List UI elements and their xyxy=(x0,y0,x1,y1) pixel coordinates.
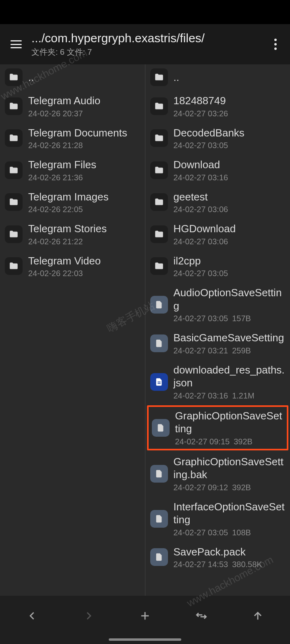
folder-icon xyxy=(5,129,23,147)
list-item[interactable]: GraphicOptionSaveSetting.bak24-02-27 09:… xyxy=(145,451,290,496)
status-bar xyxy=(0,0,290,24)
hamburger-menu-button[interactable] xyxy=(5,33,27,56)
list-item[interactable]: 18248874924-02-27 03:26 xyxy=(145,90,290,122)
folder-icon xyxy=(150,257,168,275)
file-icon xyxy=(150,465,168,483)
folder-icon xyxy=(150,129,168,147)
panes-container: ..Telegram Audio24-02-26 20:37Telegram D… xyxy=(0,64,290,596)
item-meta: 24-02-27 03:21259B xyxy=(174,346,286,355)
header-title-block: .../com.hypergryph.exastris/files/ 文件夹: … xyxy=(31,31,266,58)
item-meta: 24-02-26 22:03 xyxy=(28,269,140,278)
item-name: il2cpp xyxy=(174,254,286,268)
item-name: Download xyxy=(174,158,286,171)
item-meta: 24-02-27 03:05108B xyxy=(174,528,286,537)
bottom-toolbar xyxy=(0,596,290,644)
item-meta: 24-02-27 09:15392B xyxy=(175,437,284,446)
folder-icon xyxy=(5,257,23,275)
item-meta: 24-02-27 09:12392B xyxy=(174,483,286,492)
item-name: Telegram Images xyxy=(28,190,140,204)
folder-icon xyxy=(5,225,23,243)
item-name: Telegram Audio xyxy=(28,94,140,107)
add-button[interactable] xyxy=(129,604,161,628)
item-meta: 24-02-26 22:05 xyxy=(28,205,140,214)
parent-dir-label: .. xyxy=(174,71,286,84)
list-item[interactable]: GraphicOptionSaveSetting24-02-27 09:1539… xyxy=(147,405,289,450)
json-file-icon xyxy=(150,373,168,391)
item-name: 182488749 xyxy=(174,94,286,107)
file-icon xyxy=(150,548,168,566)
list-item[interactable]: il2cpp24-02-27 03:05 xyxy=(145,250,290,283)
item-name: Telegram Documents xyxy=(28,126,140,140)
item-meta: 24-02-27 03:05 xyxy=(174,269,286,278)
item-name: downloaded_res_paths.json xyxy=(174,363,286,390)
stats-text: 文件夹: 6 文件: 7 xyxy=(31,47,266,58)
list-item[interactable]: DecodedBanks24-02-27 03:05 xyxy=(145,122,290,155)
svg-rect-0 xyxy=(157,382,160,382)
item-name: geetest xyxy=(174,190,286,204)
more-menu-button[interactable] xyxy=(266,33,285,56)
item-meta: 24-02-26 20:37 xyxy=(28,109,140,118)
list-item[interactable]: Telegram Images24-02-26 22:05 xyxy=(0,186,145,219)
item-name: GraphicOptionSaveSetting.bak xyxy=(174,455,286,481)
item-name: Telegram Video xyxy=(28,254,140,268)
list-item[interactable]: AudioOptionSaveSetting24-02-27 03:05157B xyxy=(145,282,290,327)
list-item[interactable]: Telegram Documents24-02-26 21:28 xyxy=(0,122,145,155)
item-meta: 24-02-26 21:28 xyxy=(28,141,140,150)
list-item[interactable]: downloaded_res_paths.json24-02-27 03:161… xyxy=(145,359,290,405)
item-name: DecodedBanks xyxy=(174,126,286,140)
item-meta: 24-02-27 03:06 xyxy=(174,237,286,246)
svg-rect-1 xyxy=(157,383,160,384)
item-meta: 24-02-26 21:36 xyxy=(28,173,140,182)
folder-icon xyxy=(5,97,23,115)
item-meta: 24-02-27 03:161.21M xyxy=(174,391,286,400)
item-meta: 24-02-27 03:16 xyxy=(174,173,286,182)
item-name: AudioOptionSaveSetting xyxy=(174,286,286,312)
list-item[interactable]: Telegram Audio24-02-26 20:37 xyxy=(0,90,145,122)
folder-icon xyxy=(5,68,23,86)
item-name: HGDownload xyxy=(174,222,286,235)
item-name: BasicGameSaveSetting xyxy=(174,331,286,345)
forward-button[interactable] xyxy=(72,604,105,628)
home-indicator xyxy=(109,638,181,641)
list-item[interactable]: geetest24-02-27 03:06 xyxy=(145,186,290,219)
back-button[interactable] xyxy=(16,604,48,628)
right-pane[interactable]: ..18248874924-02-27 03:26DecodedBanks24-… xyxy=(145,64,290,596)
up-button[interactable] xyxy=(242,604,274,628)
file-icon xyxy=(150,510,168,528)
item-meta: 24-02-27 03:05157B xyxy=(174,314,286,323)
item-meta: 24-02-26 21:22 xyxy=(28,237,140,246)
folder-icon xyxy=(5,161,23,179)
parent-dir-row[interactable]: .. xyxy=(145,64,290,90)
path-text: .../com.hypergryph.exastris/files/ xyxy=(31,31,266,45)
parent-dir-label: .. xyxy=(28,71,140,84)
list-item[interactable]: Telegram Video24-02-26 22:03 xyxy=(0,250,145,283)
item-meta: 24-02-27 03:05 xyxy=(174,141,286,150)
file-icon xyxy=(150,296,168,314)
folder-icon xyxy=(150,68,168,86)
item-name: Telegram Files xyxy=(28,158,140,171)
left-pane[interactable]: ..Telegram Audio24-02-26 20:37Telegram D… xyxy=(0,64,145,596)
folder-icon xyxy=(150,97,168,115)
folder-icon xyxy=(150,225,168,243)
item-name: GraphicOptionSaveSetting xyxy=(175,409,284,436)
folder-icon xyxy=(150,193,168,211)
file-icon xyxy=(152,419,170,437)
list-item[interactable]: InterfaceOptionSaveSetting24-02-27 03:05… xyxy=(145,496,290,541)
list-item[interactable]: BasicGameSaveSetting24-02-27 03:21259B xyxy=(145,327,290,359)
list-item[interactable]: Telegram Files24-02-26 21:36 xyxy=(0,154,145,186)
list-item[interactable]: Telegram Stories24-02-26 21:22 xyxy=(0,218,145,250)
item-name: SavePack.pack xyxy=(174,545,286,559)
transfer-button[interactable] xyxy=(185,604,218,628)
list-item[interactable]: Download24-02-27 03:16 xyxy=(145,154,290,186)
list-item[interactable]: SavePack.pack24-02-27 14:53380.58K xyxy=(145,541,290,574)
item-meta: 24-02-27 14:53380.58K xyxy=(174,560,286,569)
list-item[interactable]: HGDownload24-02-27 03:06 xyxy=(145,218,290,250)
parent-dir-row[interactable]: .. xyxy=(0,64,145,90)
folder-icon xyxy=(150,161,168,179)
file-icon xyxy=(150,334,168,352)
item-name: Telegram Stories xyxy=(28,222,140,235)
hamburger-icon xyxy=(10,40,22,48)
app-header: .../com.hypergryph.exastris/files/ 文件夹: … xyxy=(0,24,290,64)
item-meta: 24-02-27 03:26 xyxy=(174,109,286,118)
item-name: InterfaceOptionSaveSetting xyxy=(174,500,286,526)
